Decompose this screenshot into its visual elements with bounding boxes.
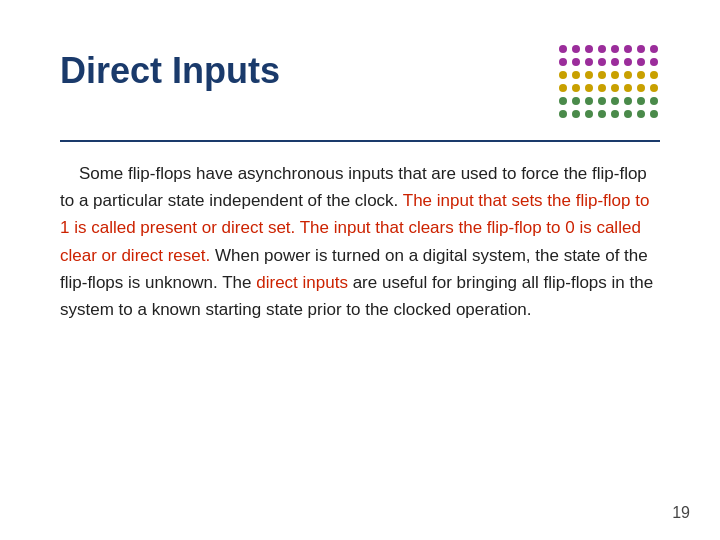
decoration-dot bbox=[611, 110, 619, 118]
decoration-dot bbox=[637, 110, 645, 118]
decoration-dot bbox=[650, 97, 658, 105]
slide: Direct Inputs Some flip-flops have async… bbox=[0, 0, 720, 540]
decoration-dot bbox=[559, 71, 567, 79]
decoration-dot bbox=[598, 58, 606, 66]
decoration-dot bbox=[598, 84, 606, 92]
decoration-dot bbox=[650, 84, 658, 92]
decoration-dot bbox=[585, 71, 593, 79]
decoration-dot bbox=[559, 58, 567, 66]
decoration-dot bbox=[624, 45, 632, 53]
decoration-dot bbox=[585, 84, 593, 92]
decoration-dot bbox=[637, 45, 645, 53]
decoration-dot bbox=[559, 45, 567, 53]
decoration-dot bbox=[637, 84, 645, 92]
decoration-dot bbox=[585, 97, 593, 105]
decoration-dot bbox=[624, 71, 632, 79]
dot-grid-decoration bbox=[559, 45, 660, 120]
decoration-dot bbox=[598, 45, 606, 53]
slide-content: Some flip-flops have asynchronous inputs… bbox=[60, 160, 660, 323]
decoration-dot bbox=[611, 45, 619, 53]
decoration-dot bbox=[611, 71, 619, 79]
decoration-dot bbox=[650, 110, 658, 118]
decoration-dot bbox=[572, 110, 580, 118]
decoration-dot bbox=[650, 71, 658, 79]
title-divider bbox=[60, 140, 660, 142]
decoration-dot bbox=[585, 58, 593, 66]
slide-header: Direct Inputs bbox=[60, 40, 660, 120]
decoration-dot bbox=[624, 84, 632, 92]
decoration-dot bbox=[559, 84, 567, 92]
decoration-dot bbox=[572, 58, 580, 66]
decoration-dot bbox=[572, 45, 580, 53]
decoration-dot bbox=[585, 110, 593, 118]
decoration-dot bbox=[598, 71, 606, 79]
decoration-dot bbox=[611, 97, 619, 105]
decoration-dot bbox=[637, 97, 645, 105]
page-title: Direct Inputs bbox=[60, 40, 280, 92]
decoration-dot bbox=[598, 97, 606, 105]
decoration-dot bbox=[572, 71, 580, 79]
decoration-dot bbox=[611, 58, 619, 66]
decoration-dot bbox=[572, 84, 580, 92]
decoration-dot bbox=[624, 110, 632, 118]
decoration-dot bbox=[650, 58, 658, 66]
decoration-dot bbox=[572, 97, 580, 105]
page-number: 19 bbox=[672, 504, 690, 522]
decoration-dot bbox=[624, 97, 632, 105]
highlight-direct-inputs: direct inputs bbox=[256, 273, 348, 292]
decoration-dot bbox=[598, 110, 606, 118]
decoration-dot bbox=[637, 71, 645, 79]
decoration-dot bbox=[624, 58, 632, 66]
decoration-dot bbox=[650, 45, 658, 53]
decoration-dot bbox=[559, 97, 567, 105]
decoration-dot bbox=[585, 45, 593, 53]
decoration-dot bbox=[559, 110, 567, 118]
decoration-dot bbox=[637, 58, 645, 66]
decoration-dot bbox=[611, 84, 619, 92]
